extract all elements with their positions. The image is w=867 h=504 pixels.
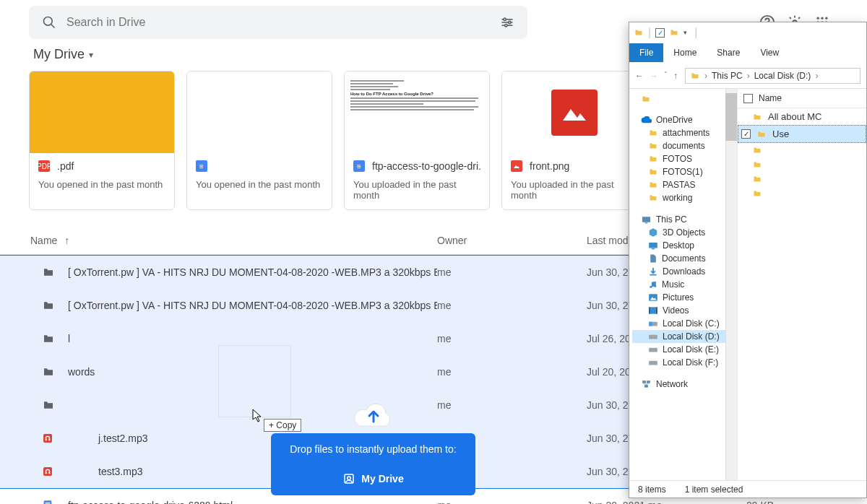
folder-icon xyxy=(752,189,762,198)
explorer-titlebar[interactable]: | ✓ ▾ | xyxy=(629,22,866,43)
file-name: ftp-access-to-google-drive-6289.html xyxy=(68,500,233,504)
upload-cloud-icon xyxy=(351,397,396,430)
explorer-file-row[interactable] xyxy=(738,186,866,201)
suggestion-card[interactable]: PDF.pdf You opened in the past month xyxy=(29,71,175,210)
docs-icon: ≡ xyxy=(196,160,207,172)
search-box[interactable] xyxy=(29,6,527,39)
suggestion-card[interactable]: front.png You uploaded in the past month xyxy=(501,71,647,210)
svg-point-13 xyxy=(825,17,827,19)
tree-item[interactable]: Network xyxy=(632,378,737,391)
onedrive-icon xyxy=(641,116,652,124)
tree-item[interactable]: Local Disk (C:) xyxy=(632,317,737,330)
svg-marker-21 xyxy=(514,165,519,168)
forward-icon[interactable]: → xyxy=(650,71,658,81)
tree-item[interactable]: Desktop xyxy=(632,239,737,252)
tree-item[interactable]: 3D Objects xyxy=(632,226,737,239)
svg-rect-36 xyxy=(649,243,657,248)
tab-view[interactable]: View xyxy=(750,43,789,62)
tree-item[interactable]: PASTAS xyxy=(632,178,737,191)
disk-icon xyxy=(648,332,658,341)
explorer-file-row-selected[interactable]: ✓Use xyxy=(738,125,866,143)
svg-rect-37 xyxy=(652,248,655,249)
suggestion-card[interactable]: How to Do FTP Access to Google Drive? ≡f… xyxy=(344,71,490,210)
card-subtitle: You uploaded in the past month xyxy=(353,179,480,201)
tree-item[interactable]: Downloads xyxy=(632,265,737,278)
explorer-file-row[interactable] xyxy=(738,143,866,157)
card-subtitle: You uploaded in the past month xyxy=(511,179,638,201)
card-thumbnail xyxy=(187,71,332,153)
explorer-tree[interactable]: OneDrive attachments documents FOTOS FOT… xyxy=(629,89,738,480)
svg-rect-49 xyxy=(649,361,657,365)
folder-icon xyxy=(648,194,658,202)
tab-file[interactable]: File xyxy=(629,43,663,62)
folder-icon xyxy=(42,399,53,411)
explorer-content[interactable]: Name All about MC ✓Use xyxy=(738,89,866,480)
tree-item-selected[interactable]: Local Disk (D:) xyxy=(632,330,737,343)
svg-rect-50 xyxy=(642,381,646,383)
svg-rect-23 xyxy=(46,438,47,440)
column-name[interactable]: Name xyxy=(30,235,57,246)
sort-arrow-up-icon[interactable]: ↑ xyxy=(64,235,69,246)
file-name: test3.mp3 xyxy=(98,466,142,477)
explorer-file-row[interactable] xyxy=(738,157,866,172)
tree-item[interactable]: working xyxy=(632,191,737,204)
suggestion-card[interactable]: ≡ You opened in the past month xyxy=(186,71,332,210)
docs-icon xyxy=(42,500,53,504)
breadcrumb-part[interactable]: This PC xyxy=(712,71,743,81)
tree-item[interactable]: OneDrive xyxy=(632,113,737,126)
svg-rect-43 xyxy=(649,307,650,313)
checkbox[interactable] xyxy=(743,94,753,103)
svg-point-7 xyxy=(505,24,507,26)
folder-icon xyxy=(641,95,651,103)
breadcrumb[interactable]: My Drive ▾ xyxy=(33,47,93,62)
up-icon[interactable]: ↑ xyxy=(673,71,678,81)
checkbox-icon[interactable]: ✓ xyxy=(655,28,665,38)
tab-home[interactable]: Home xyxy=(663,43,707,62)
svg-point-39 xyxy=(654,285,656,287)
svg-point-12 xyxy=(821,17,823,19)
back-icon[interactable]: ← xyxy=(635,71,644,81)
file-owner: me xyxy=(437,266,587,278)
file-name: [ OxTorrent.pw ] VA - HITS NRJ DU MOMENT… xyxy=(68,300,437,311)
tree-item[interactable]: attachments xyxy=(632,126,737,139)
audio-icon xyxy=(42,433,53,444)
folder-icon xyxy=(42,266,53,278)
tree-item[interactable]: Documents xyxy=(632,252,737,265)
svg-point-11 xyxy=(817,17,819,19)
explorer-file-row[interactable] xyxy=(738,172,866,186)
checkbox-checked[interactable]: ✓ xyxy=(741,129,751,139)
file-explorer-window[interactable]: | ✓ ▾ | File Home Share View ← → ˅ ↑ › T… xyxy=(629,22,867,498)
tab-share[interactable]: Share xyxy=(707,43,750,62)
tree-item[interactable]: Pictures xyxy=(632,291,737,304)
tree-item[interactable]: This PC xyxy=(632,213,737,226)
svg-rect-47 xyxy=(649,335,657,339)
folder-icon xyxy=(42,366,53,378)
tree-item[interactable]: Videos xyxy=(632,304,737,317)
card-thumbnail xyxy=(30,71,174,153)
scrollbar[interactable] xyxy=(725,89,737,480)
network-icon xyxy=(641,380,652,389)
explorer-file-row[interactable]: All about MC xyxy=(738,108,866,125)
file-owner: me xyxy=(437,300,587,311)
folder-icon xyxy=(648,155,658,163)
breadcrumb-part[interactable]: Local Disk (D:) xyxy=(754,71,811,81)
column-name[interactable]: Name xyxy=(759,93,782,103)
tree-item[interactable]: FOTOS(1) xyxy=(632,165,737,178)
tree-item[interactable]: documents xyxy=(632,139,737,152)
tree-item[interactable]: Local Disk (E:) xyxy=(632,343,737,356)
tree-item[interactable]: Local Disk (F:) xyxy=(632,356,737,369)
folder-icon xyxy=(690,71,700,80)
tune-icon[interactable] xyxy=(500,15,514,30)
file-name: words xyxy=(68,366,95,378)
explorer-breadcrumb[interactable]: › This PC › Local Disk (D:) › xyxy=(685,68,860,84)
column-owner[interactable]: Owner xyxy=(437,235,587,246)
svg-rect-26 xyxy=(46,472,47,474)
search-input[interactable] xyxy=(66,16,500,29)
tree-item[interactable]: Music xyxy=(632,278,737,291)
scrollbar-thumb[interactable] xyxy=(725,93,737,141)
recent-icon[interactable]: ˅ xyxy=(664,71,668,81)
tree-item[interactable]: FOTOS xyxy=(632,152,737,165)
svg-rect-42 xyxy=(649,307,657,313)
folder-icon xyxy=(648,142,658,150)
card-title: .pdf xyxy=(57,160,74,172)
